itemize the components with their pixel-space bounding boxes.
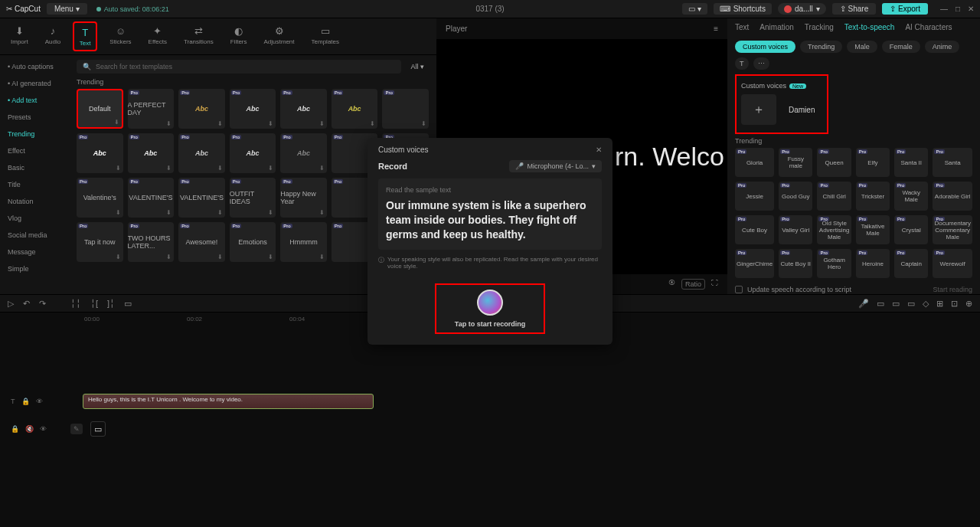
filter-chip[interactable]: Trending (800, 41, 842, 53)
text-preset[interactable]: ProHappy New Year⬇ (280, 178, 327, 218)
text-preset[interactable]: ProTWO HOURS LATER...⬇ (128, 222, 175, 262)
voice-preset[interactable]: ProGingerChime (735, 249, 774, 278)
search-input[interactable]: 🔍 Search for text templates (77, 60, 401, 74)
sidebar-item[interactable]: Title (0, 176, 69, 193)
right-tab[interactable]: Animation (760, 23, 793, 31)
text-preset[interactable]: ProVALENTINE'S⬇ (128, 178, 175, 218)
voice-preset[interactable]: ProGloria (735, 148, 774, 177)
tool-tab-filters[interactable]: ◐Filters (226, 21, 252, 51)
text-preset[interactable]: Pro⬇ (382, 89, 429, 129)
sidebar-item[interactable]: Social media (0, 227, 69, 244)
voice-preset[interactable]: ProJessie (735, 182, 774, 211)
right-tab[interactable]: Text (735, 23, 749, 31)
start-reading-button[interactable]: Start reading (933, 286, 972, 293)
tool5-icon[interactable]: ⊞ (936, 299, 943, 309)
video-track[interactable]: 🔒🔇👁✎ ▭ (0, 417, 980, 441)
tool1-icon[interactable]: ▭ (877, 299, 884, 309)
text-preset[interactable]: ProAbc⬇ (178, 133, 225, 173)
timeline[interactable]: 00:0000:0200:0400:0600:08 T🔒👁 Hello guys… (0, 313, 980, 527)
filter-chip[interactable]: Anime (925, 41, 960, 53)
crop-icon[interactable]: ⦿ (668, 279, 675, 290)
filter-chip[interactable]: Male (847, 41, 877, 53)
voice-preset[interactable]: ProValley Girl (779, 215, 812, 244)
voice-preset[interactable]: ProTrickster (856, 182, 890, 211)
filter-chip[interactable]: Custom voices (735, 41, 795, 53)
undo-icon[interactable]: ↶ (23, 299, 30, 309)
modal-close-icon[interactable]: ✕ (596, 146, 602, 154)
text-clip[interactable]: Hello guys, this is the I.T Unicorn . We… (83, 394, 374, 409)
tool-tab-audio[interactable]: ♪Audio (41, 21, 65, 51)
delete-icon[interactable]: ▭ (124, 299, 132, 309)
tool-tab-adjustment[interactable]: ⚙Adjustment (260, 21, 299, 51)
voice-preset[interactable]: ProTalkative Male (856, 215, 890, 244)
right-tab[interactable]: Text-to-speech (844, 23, 895, 31)
expand-icon[interactable]: ⛶ (711, 279, 718, 290)
text-preset[interactable]: ProAbc⬇ (280, 133, 327, 173)
aspect-button[interactable]: ▭ ▾ (682, 3, 707, 15)
splitright-icon[interactable]: ]╎ (107, 299, 115, 309)
text-track[interactable]: T🔒👁 Hello guys, this is the I.T Unicorn … (0, 389, 980, 414)
sidebar-item[interactable]: Presets (0, 109, 69, 126)
export-button[interactable]: ⇪ Export (882, 3, 928, 15)
voice-preset[interactable]: ProElfy (856, 148, 890, 177)
voice-preset[interactable]: ProOld Style Advertising Male (817, 215, 851, 244)
text-preset[interactable]: Default⬇ (77, 89, 123, 129)
sidebar-item[interactable]: Basic (0, 159, 69, 176)
right-tab[interactable]: AI Characters (905, 23, 952, 31)
voice-preset[interactable]: ProQueen (817, 148, 851, 177)
split-icon[interactable]: ╎╎ (70, 299, 81, 309)
tool-tab-effects[interactable]: ✦Effects (144, 21, 172, 51)
player-menu-icon[interactable]: ≡ (714, 25, 718, 33)
sidebar-item[interactable]: Vlog (0, 210, 69, 227)
voice-preset[interactable]: ProSanta II (894, 148, 928, 177)
voice-preset[interactable]: ProWerewolf (933, 249, 972, 278)
voice-preset[interactable]: ProHeroine (856, 249, 890, 278)
tool3-icon[interactable]: ▭ (907, 299, 915, 309)
text-preset[interactable]: ProAbc⬇ (332, 89, 378, 129)
voice-preset[interactable]: ProCute Boy II (779, 249, 812, 278)
text-preset[interactable]: ProAbc⬇ (230, 89, 276, 129)
sidebar-item[interactable]: Trending (0, 126, 69, 142)
sidebar-item[interactable]: Simple (0, 260, 69, 277)
voice-preset[interactable]: ProCrystal (894, 215, 928, 244)
select-tool-icon[interactable]: ▷ (8, 299, 14, 309)
tool6-icon[interactable]: ⊡ (951, 299, 958, 309)
microphone-select[interactable]: 🎤 Microphone (4- Lo... ▾ (509, 160, 602, 172)
right-tab[interactable]: Tracking (805, 23, 834, 31)
tool-tab-text[interactable]: TText (73, 21, 97, 51)
text-preset[interactable]: ProEmotions⬇ (230, 222, 276, 262)
voice-preset[interactable]: ProGotham Hero (817, 249, 851, 278)
maximize-icon[interactable]: □ (956, 5, 960, 13)
voice-preset[interactable]: ProFussy male (779, 148, 812, 177)
ratio-button[interactable]: Ratio (681, 279, 705, 290)
voice-preset[interactable]: ProCute Boy (735, 215, 774, 244)
text-preset[interactable]: ProTap it now⬇ (77, 222, 123, 262)
tool-tab-templates[interactable]: ▭Templates (307, 21, 344, 51)
text-preset[interactable]: ProOUTFIT IDEAS⬇ (230, 178, 276, 218)
voice-preset[interactable]: ProGood Guy (779, 182, 812, 211)
update-checkbox[interactable] (735, 286, 743, 293)
text-preset[interactable]: ProValentine's⬇ (77, 178, 123, 218)
voice-preset[interactable]: ProCaptain (894, 249, 928, 278)
sidebar-item[interactable]: Effect (0, 142, 69, 159)
voice-preset[interactable]: ProChill Girl (817, 182, 851, 211)
all-filter[interactable]: All ▾ (406, 60, 429, 74)
more-chip[interactable]: ⋯ (753, 57, 769, 70)
voice-preset[interactable]: ProWacky Male (894, 182, 928, 211)
tool-tab-stickers[interactable]: ☺Stickers (105, 21, 136, 51)
sidebar-item[interactable]: • AI generated (0, 75, 69, 92)
close-icon[interactable]: ✕ (968, 5, 974, 13)
voice-preset[interactable]: ProSanta (933, 148, 972, 177)
extra-chip[interactable]: T (735, 57, 749, 70)
text-preset[interactable]: ProVALENTINE'S⬇ (178, 178, 225, 218)
voice-preset[interactable]: ProAdorable Girl (933, 182, 972, 211)
sidebar-item[interactable]: Notation (0, 193, 69, 210)
custom-voice-item[interactable]: Damien (781, 94, 822, 125)
shortcuts-button[interactable]: ⌨ Shortcuts (714, 3, 772, 15)
zoom-icon[interactable]: ⊕ (965, 299, 972, 309)
update-script-row[interactable]: Update speech according to script Start … (735, 283, 972, 296)
text-preset[interactable]: ProAbc⬇ (178, 89, 225, 129)
sidebar-item[interactable]: • Add text (0, 92, 69, 109)
share-button[interactable]: ⇪ Share (832, 3, 876, 15)
minimize-icon[interactable]: — (940, 5, 948, 13)
